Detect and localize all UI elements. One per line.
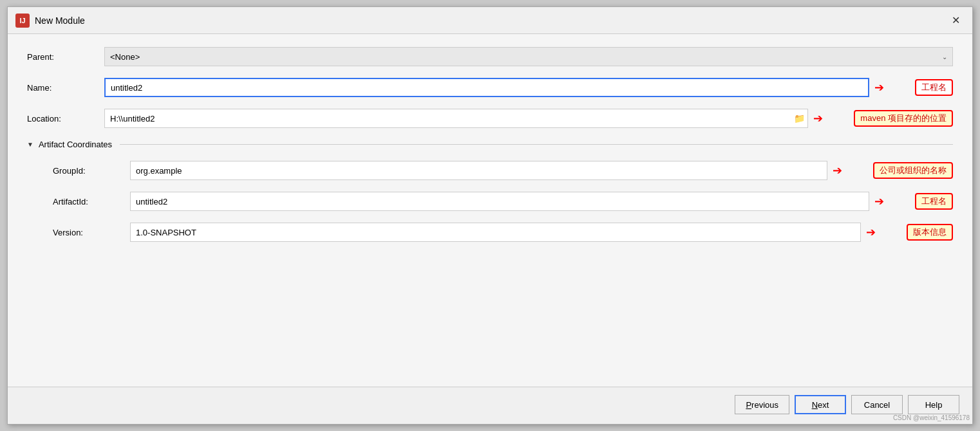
dialog-body: Parent: <None> ⌄ Name: ➔ 工程名 Location: 📁… xyxy=(8,34,972,387)
groupid-label: GroupId: xyxy=(53,166,130,176)
parent-dropdown[interactable]: <None> ⌄ xyxy=(104,47,953,66)
artifactid-row: ArtifactId: ➔ 工程名 xyxy=(53,192,953,211)
name-annotation: 工程名 xyxy=(915,79,953,96)
name-input[interactable] xyxy=(104,78,869,97)
artifactid-label: ArtifactId: xyxy=(53,197,130,206)
artifact-section-header: ▼ Artifact Coordinates xyxy=(27,140,953,149)
location-annotation: maven 项目存的的位置 xyxy=(854,110,953,127)
parent-row: Parent: <None> ⌄ xyxy=(27,47,953,66)
name-arrow-icon: ➔ xyxy=(874,80,884,95)
location-row: Location: 📁 ➔ maven 项目存的的位置 xyxy=(27,109,953,128)
groupid-annotation: 公司或组织的名称 xyxy=(873,162,953,179)
name-label: Name: xyxy=(27,83,104,93)
version-annotation: 版本信息 xyxy=(907,224,953,241)
next-label: Next xyxy=(812,400,829,410)
groupid-row: GroupId: ➔ 公司或组织的名称 xyxy=(53,161,953,180)
version-row: Version: ➔ 版本信息 xyxy=(53,223,953,242)
artifact-section-title: Artifact Coordinates xyxy=(39,140,112,149)
section-divider xyxy=(120,144,953,145)
watermark: CSDN @weixin_41596178 xyxy=(893,414,970,421)
artifact-section: GroupId: ➔ 公司或组织的名称 ArtifactId: ➔ 工程名 Ve… xyxy=(27,161,953,242)
title-bar: IJ New Module ✕ xyxy=(8,7,972,34)
version-input[interactable] xyxy=(130,223,861,242)
help-button[interactable]: Help xyxy=(908,395,959,414)
artifactid-arrow-icon: ➔ xyxy=(874,194,884,208)
artifactid-annotation: 工程名 xyxy=(915,193,953,210)
artifactid-input[interactable] xyxy=(130,192,869,211)
groupid-arrow-icon: ➔ xyxy=(833,163,842,178)
location-field-container: 📁 xyxy=(104,109,808,128)
title-bar-left: IJ New Module xyxy=(15,14,85,28)
version-arrow-icon: ➔ xyxy=(866,225,876,239)
location-input[interactable] xyxy=(104,109,808,128)
app-icon-label: IJ xyxy=(19,17,25,24)
close-button[interactable]: ✕ xyxy=(947,12,965,30)
parent-label: Parent: xyxy=(27,52,104,62)
cancel-button[interactable]: Cancel xyxy=(851,395,903,414)
dialog-title: New Module xyxy=(35,15,85,26)
app-icon: IJ xyxy=(15,14,30,28)
groupid-input[interactable] xyxy=(130,161,827,180)
version-label: Version: xyxy=(53,228,130,237)
previous-label: Previous xyxy=(746,400,778,410)
location-arrow-icon: ➔ xyxy=(813,111,823,125)
previous-button[interactable]: Previous xyxy=(735,395,789,414)
dialog-footer: Previous Next Cancel Help xyxy=(8,387,972,424)
browse-folder-button[interactable]: 📁 xyxy=(791,110,807,127)
chevron-down-icon: ⌄ xyxy=(942,53,947,60)
name-row: Name: ➔ 工程名 xyxy=(27,78,953,97)
next-button[interactable]: Next xyxy=(795,395,846,414)
location-label: Location: xyxy=(27,114,104,124)
collapse-triangle-icon[interactable]: ▼ xyxy=(27,141,33,148)
parent-value: <None> xyxy=(110,52,140,62)
new-module-dialog: IJ New Module ✕ Parent: <None> ⌄ Name: ➔… xyxy=(7,6,973,425)
